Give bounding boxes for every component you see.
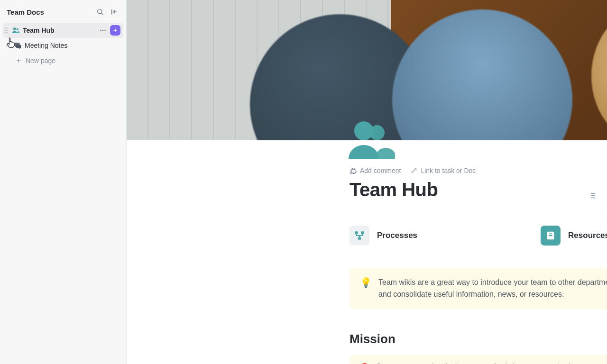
tip-text: Team wikis are a great way to introduce … xyxy=(378,277,607,300)
svg-point-4 xyxy=(5,27,6,28)
svg-rect-29 xyxy=(361,231,364,234)
svg-point-7 xyxy=(7,30,8,31)
card-label: Resources xyxy=(568,231,607,240)
link-task-label: Link to task or Doc xyxy=(421,167,476,174)
wand-icon xyxy=(410,167,418,174)
card-processes[interactable]: Processes xyxy=(349,226,417,246)
lightbulb-icon: 💡 xyxy=(360,277,372,300)
sidebar-header: Team Docs xyxy=(0,0,126,22)
page-scroll[interactable]: Add comment Link to task or Doc Team Hub xyxy=(127,140,607,364)
page-content: Add comment Link to task or Doc Team Hub xyxy=(349,140,607,364)
new-page-button[interactable]: New page xyxy=(3,53,123,68)
new-page-label: New page xyxy=(26,57,55,64)
svg-point-5 xyxy=(7,27,8,28)
svg-point-6 xyxy=(5,30,6,31)
card-resources[interactable]: Resources xyxy=(541,226,607,246)
svg-rect-28 xyxy=(355,231,358,234)
svg-point-12 xyxy=(100,30,101,31)
quick-links-row: Processes Resources xyxy=(349,226,607,246)
svg-point-13 xyxy=(102,30,103,31)
main-area: Add comment Link to task or Doc Team Hub xyxy=(127,0,607,364)
sidebar-item-actions xyxy=(98,25,120,36)
chevron-right-icon[interactable] xyxy=(4,42,10,49)
add-subpage-button[interactable] xyxy=(110,25,120,36)
link-task-button[interactable]: Link to task or Doc xyxy=(410,167,476,174)
svg-rect-30 xyxy=(358,237,361,239)
flow-icon xyxy=(349,226,369,246)
sidebar-item-label: Meeting Notes xyxy=(25,42,120,49)
collapse-sidebar-icon[interactable] xyxy=(109,7,120,17)
book-icon xyxy=(541,226,561,246)
svg-rect-33 xyxy=(549,235,552,236)
app-root: Team Docs Team Hub xyxy=(0,0,607,364)
card-label: Processes xyxy=(377,231,417,240)
mission-hint-text: Share your team's mission to everybody i… xyxy=(376,363,579,364)
tip-callout: 💡 Team wikis are a great way to introduc… xyxy=(349,268,607,309)
add-comment-button[interactable]: Add comment xyxy=(349,167,401,174)
page-meta-row: Add comment Link to task or Doc xyxy=(349,167,607,174)
section-mission-heading[interactable]: Mission xyxy=(349,332,607,346)
svg-point-8 xyxy=(5,32,6,33)
add-comment-label: Add comment xyxy=(360,167,401,174)
more-icon[interactable] xyxy=(98,25,108,36)
sidebar-item-meeting-notes[interactable]: Meeting Notes xyxy=(3,38,123,53)
search-icon[interactable] xyxy=(95,7,105,17)
svg-point-14 xyxy=(104,30,105,31)
workspace-title[interactable]: Team Docs xyxy=(7,8,91,16)
svg-line-1 xyxy=(101,13,103,15)
svg-point-20 xyxy=(369,125,385,140)
chat-icon xyxy=(13,41,22,50)
drag-handle-icon[interactable] xyxy=(4,26,9,35)
people-icon xyxy=(11,26,20,35)
target-icon: 🎯 xyxy=(360,363,369,364)
svg-rect-32 xyxy=(549,233,552,234)
sidebar: Team Docs Team Hub xyxy=(0,0,127,364)
svg-point-10 xyxy=(13,27,16,30)
sidebar-page-list: Team Hub Meeting Notes xyxy=(0,22,126,69)
sidebar-item-team-hub[interactable]: Team Hub xyxy=(3,23,123,38)
svg-point-9 xyxy=(7,32,8,33)
mission-callout[interactable]: 🎯 Share your team's mission to everybody… xyxy=(349,355,607,364)
svg-point-0 xyxy=(98,9,102,14)
sidebar-item-label: Team Hub xyxy=(23,27,95,34)
svg-point-11 xyxy=(17,28,19,31)
page-title[interactable]: Team Hub xyxy=(349,179,607,200)
divider xyxy=(349,215,607,215)
comment-icon xyxy=(349,167,357,174)
